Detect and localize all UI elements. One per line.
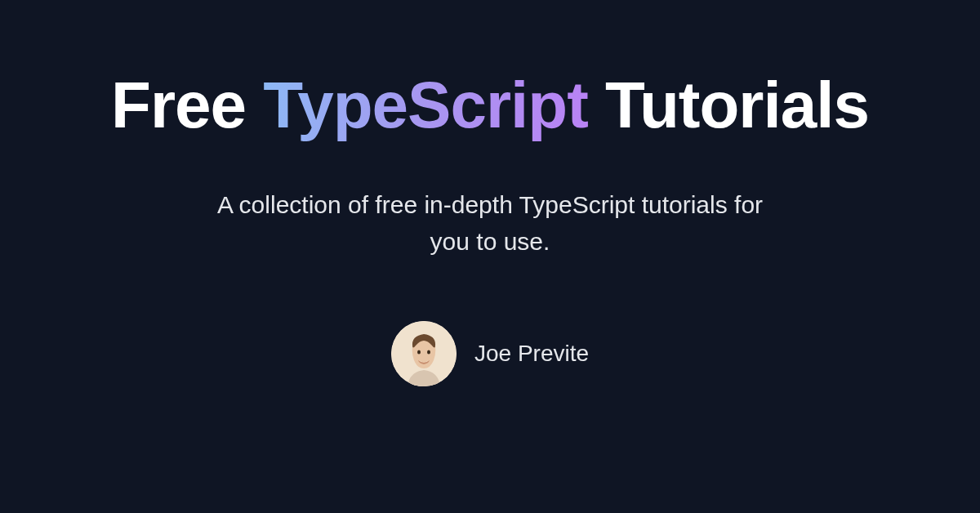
subtitle: A collection of free in-depth TypeScript… xyxy=(204,186,776,260)
title-prefix: Free xyxy=(111,69,263,141)
svg-point-1 xyxy=(417,350,421,355)
title-highlight: TypeScript xyxy=(263,69,588,141)
page-title: Free TypeScript Tutorials xyxy=(111,69,869,141)
svg-point-2 xyxy=(427,350,430,355)
author-name: Joe Previte xyxy=(474,341,589,367)
author-block: Joe Previte xyxy=(391,321,589,386)
title-suffix: Tutorials xyxy=(588,69,869,141)
avatar xyxy=(391,321,457,386)
